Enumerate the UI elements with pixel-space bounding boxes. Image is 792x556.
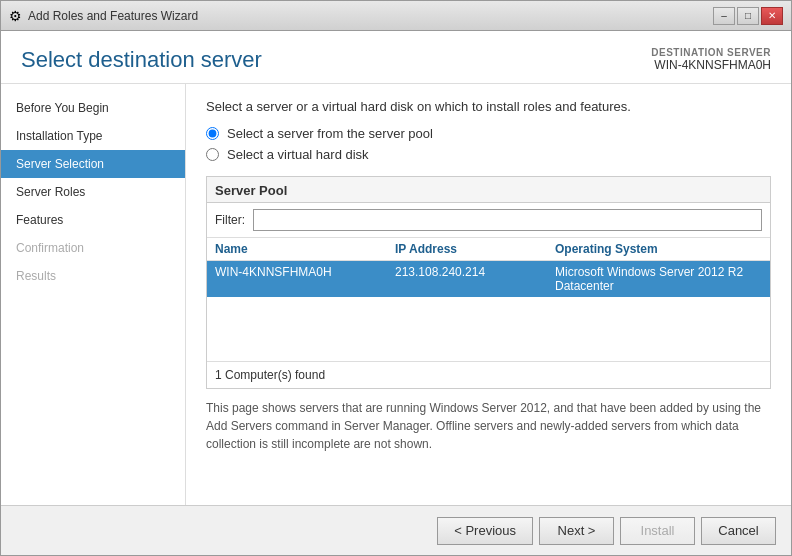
dest-server-label: DESTINATION SERVER bbox=[651, 47, 771, 58]
sidebar-item-installation-type[interactable]: Installation Type bbox=[1, 122, 185, 150]
footer: < Previous Next > Install Cancel bbox=[1, 505, 791, 555]
radio-server-pool[interactable]: Select a server from the server pool bbox=[206, 126, 771, 141]
sidebar-item-server-selection[interactable]: Server Selection bbox=[1, 150, 185, 178]
dest-server-name: WIN-4KNNSFHMA0H bbox=[651, 58, 771, 72]
radio-group: Select a server from the server pool Sel… bbox=[206, 126, 771, 162]
close-button[interactable]: ✕ bbox=[761, 7, 783, 25]
sidebar-item-before-you-begin[interactable]: Before You Begin bbox=[1, 94, 185, 122]
next-button[interactable]: Next > bbox=[539, 517, 614, 545]
minimize-button[interactable]: – bbox=[713, 7, 735, 25]
sidebar-item-label: Server Roles bbox=[16, 185, 85, 199]
main-content: Select a server or a virtual hard disk o… bbox=[186, 84, 791, 505]
page-title: Select destination server bbox=[21, 47, 262, 73]
found-text: 1 Computer(s) found bbox=[207, 361, 770, 388]
table-header: Name IP Address Operating System bbox=[207, 238, 770, 261]
filter-input[interactable] bbox=[253, 209, 762, 231]
sidebar-item-label: Features bbox=[16, 213, 63, 227]
column-header-name[interactable]: Name bbox=[215, 242, 395, 256]
table-row[interactable]: WIN-4KNNSFHMA0H 213.108.240.214 Microsof… bbox=[207, 261, 770, 297]
radio-server-pool-label: Select a server from the server pool bbox=[227, 126, 433, 141]
server-pool-section: Server Pool Filter: Name IP Address Oper… bbox=[206, 176, 771, 389]
previous-button[interactable]: < Previous bbox=[437, 517, 533, 545]
sidebar-item-label: Before You Begin bbox=[16, 101, 109, 115]
filter-label: Filter: bbox=[215, 213, 245, 227]
sidebar: Before You Begin Installation Type Serve… bbox=[1, 84, 186, 505]
title-bar-left: ⚙ Add Roles and Features Wizard bbox=[9, 8, 198, 24]
sidebar-item-label: Results bbox=[16, 269, 56, 283]
sidebar-item-results: Results bbox=[1, 262, 185, 290]
window-icon: ⚙ bbox=[9, 8, 22, 24]
description-text: This page shows servers that are running… bbox=[206, 399, 771, 453]
header-section: Select destination server DESTINATION SE… bbox=[1, 31, 791, 84]
table-body: WIN-4KNNSFHMA0H 213.108.240.214 Microsof… bbox=[207, 261, 770, 361]
radio-virtual-disk-label: Select a virtual hard disk bbox=[227, 147, 369, 162]
sidebar-item-confirmation: Confirmation bbox=[1, 234, 185, 262]
cell-name: WIN-4KNNSFHMA0H bbox=[215, 265, 395, 293]
window-title: Add Roles and Features Wizard bbox=[28, 9, 198, 23]
filter-row: Filter: bbox=[207, 203, 770, 238]
sidebar-item-label: Confirmation bbox=[16, 241, 84, 255]
sidebar-item-features[interactable]: Features bbox=[1, 206, 185, 234]
destination-server-info: DESTINATION SERVER WIN-4KNNSFHMA0H bbox=[651, 47, 771, 72]
server-pool-title: Server Pool bbox=[207, 177, 770, 203]
sidebar-item-label: Installation Type bbox=[16, 129, 103, 143]
install-button: Install bbox=[620, 517, 695, 545]
radio-virtual-disk-input[interactable] bbox=[206, 148, 219, 161]
radio-server-pool-input[interactable] bbox=[206, 127, 219, 140]
column-header-os[interactable]: Operating System bbox=[555, 242, 762, 256]
title-bar-controls: – □ ✕ bbox=[713, 7, 783, 25]
main-window: ⚙ Add Roles and Features Wizard – □ ✕ Se… bbox=[0, 0, 792, 556]
main-layout: Before You Begin Installation Type Serve… bbox=[1, 84, 791, 505]
sidebar-item-server-roles[interactable]: Server Roles bbox=[1, 178, 185, 206]
cell-os: Microsoft Windows Server 2012 R2 Datacen… bbox=[555, 265, 762, 293]
radio-virtual-disk[interactable]: Select a virtual hard disk bbox=[206, 147, 771, 162]
maximize-button[interactable]: □ bbox=[737, 7, 759, 25]
title-bar: ⚙ Add Roles and Features Wizard – □ ✕ bbox=[1, 1, 791, 31]
sidebar-item-label: Server Selection bbox=[16, 157, 104, 171]
column-header-ip[interactable]: IP Address bbox=[395, 242, 555, 256]
cancel-button[interactable]: Cancel bbox=[701, 517, 776, 545]
instruction-text: Select a server or a virtual hard disk o… bbox=[206, 99, 771, 114]
cell-ip: 213.108.240.214 bbox=[395, 265, 555, 293]
